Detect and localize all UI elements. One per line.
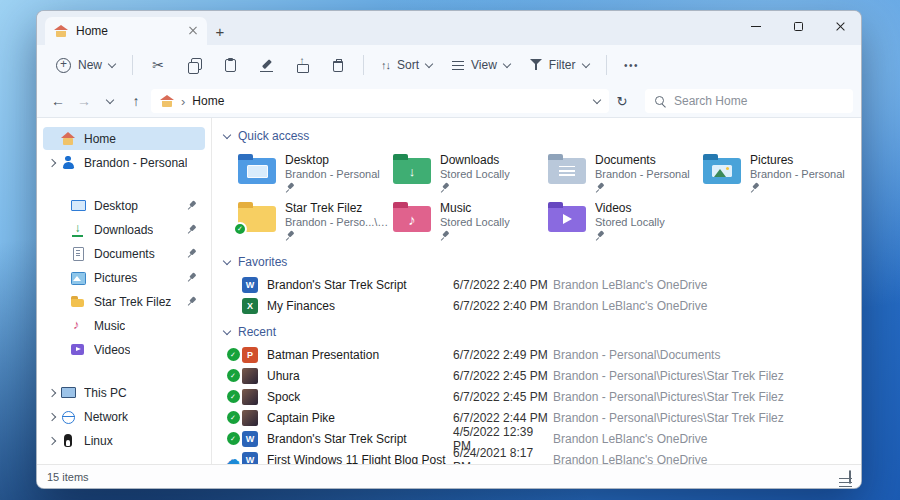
share-button[interactable] xyxy=(285,49,319,81)
section-recent-header[interactable]: Recent xyxy=(224,322,861,342)
back-button[interactable] xyxy=(45,88,71,114)
section-quick-access-header[interactable]: Quick access xyxy=(224,126,861,146)
paste-button[interactable] xyxy=(213,49,247,81)
sidebar-item[interactable]: Network xyxy=(43,405,205,428)
minimize-button[interactable] xyxy=(735,11,777,42)
tab-close-icon[interactable] xyxy=(188,26,198,36)
sidebar-item[interactable]: Home xyxy=(43,127,205,150)
status-bar: 15 items xyxy=(37,464,861,488)
sidebar-item[interactable]: Linux xyxy=(43,429,205,452)
row-status xyxy=(224,453,242,465)
sidebar-item[interactable]: This PC xyxy=(43,381,205,404)
folder-glyph-icon xyxy=(563,214,572,224)
quick-access-tile[interactable]: Desktop Brandon - Personal xyxy=(238,150,393,198)
delete-button[interactable] xyxy=(321,49,355,81)
sidebar-item-icon xyxy=(70,295,86,309)
tab-home[interactable]: Home xyxy=(45,17,207,45)
expand-chevron-icon[interactable] xyxy=(47,388,60,398)
expand-chevron-icon[interactable] xyxy=(47,412,60,422)
expand-chevron-icon[interactable] xyxy=(47,436,60,446)
file-date: 6/7/2022 2:40 PM xyxy=(453,278,553,292)
quick-access-tile[interactable]: Star Trek Filez Brandon - Perso...\Pictu… xyxy=(238,198,393,246)
quick-access-tile[interactable]: Pictures Brandon - Personal xyxy=(703,150,858,198)
file-date: 6/7/2022 2:40 PM xyxy=(453,299,553,313)
breadcrumb[interactable]: Home xyxy=(151,89,609,113)
file-row[interactable]: Uhura 6/7/2022 2:45 PM Brandon - Persona… xyxy=(224,365,861,386)
forward-button[interactable] xyxy=(71,88,97,114)
new-button[interactable]: New xyxy=(47,52,124,79)
collapse-chevron-icon[interactable] xyxy=(223,326,231,334)
filter-icon xyxy=(530,59,542,71)
new-label: New xyxy=(78,58,102,72)
filter-button[interactable]: Filter xyxy=(521,52,598,78)
file-type-icon xyxy=(242,410,258,426)
row-status xyxy=(224,348,242,361)
sidebar-item-label: Desktop xyxy=(94,199,138,213)
see-more-button[interactable] xyxy=(615,49,649,81)
copy-button[interactable] xyxy=(177,49,211,81)
cut-button[interactable] xyxy=(141,49,175,81)
folder-icon xyxy=(393,206,431,232)
folder-name: Documents xyxy=(595,153,690,167)
row-status xyxy=(224,369,242,382)
home-icon xyxy=(54,25,68,37)
maximize-button[interactable] xyxy=(777,11,819,42)
search-box[interactable] xyxy=(645,89,853,113)
expand-chevron-icon[interactable] xyxy=(47,158,60,168)
new-tab-button[interactable] xyxy=(207,18,233,44)
file-row[interactable]: Brandon's Star Trek Script 6/7/2022 2:40… xyxy=(224,274,861,295)
quick-access-tile[interactable]: Downloads Stored Locally xyxy=(393,150,548,198)
view-button[interactable]: View xyxy=(443,52,519,78)
tile-text: Music Stored Locally xyxy=(440,198,510,241)
sidebar-item-label: Downloads xyxy=(94,223,153,237)
file-row[interactable]: First Windows 11 Flight Blog Post 6/24/2… xyxy=(224,449,861,464)
title-bar: Home xyxy=(37,11,861,45)
sidebar-item[interactable]: Documents xyxy=(43,242,205,265)
pin-icon xyxy=(440,183,450,193)
close-button[interactable] xyxy=(819,11,861,42)
sidebar-item[interactable]: Videos xyxy=(43,338,205,361)
search-input[interactable] xyxy=(674,94,844,108)
large-icons-view-button[interactable] xyxy=(849,471,851,483)
rename-button[interactable] xyxy=(249,49,283,81)
file-row[interactable]: Spock 6/7/2022 2:45 PM Brandon - Persona… xyxy=(224,386,861,407)
quick-access-tile[interactable]: Documents Brandon - Personal xyxy=(548,150,703,198)
sidebar-item[interactable]: Music xyxy=(43,314,205,337)
sidebar-item[interactable]: Brandon - Personal xyxy=(43,151,205,174)
view-label: View xyxy=(471,58,497,72)
sidebar-item-icon xyxy=(60,156,76,170)
folder-icon xyxy=(238,158,276,184)
file-row[interactable]: My Finances 6/7/2022 2:40 PM Brandon LeB… xyxy=(224,295,861,316)
breadcrumb-item-home[interactable]: Home xyxy=(192,94,224,108)
copy-icon xyxy=(188,58,201,72)
quick-access-tile[interactable]: Music Stored Locally xyxy=(393,198,548,246)
folder-icon xyxy=(238,206,276,232)
sort-icon xyxy=(381,58,390,72)
address-dropdown-icon[interactable] xyxy=(593,95,601,103)
sync-check-icon xyxy=(227,390,240,403)
file-row[interactable]: Batman Presentation 6/7/2022 2:49 PM Bra… xyxy=(224,344,861,365)
sort-button[interactable]: Sort xyxy=(372,52,441,78)
refresh-button[interactable] xyxy=(609,88,635,114)
section-favorites-header[interactable]: Favorites xyxy=(224,252,861,272)
sync-check-icon xyxy=(227,348,240,361)
recent-locations-button[interactable] xyxy=(97,88,123,114)
pin-icon xyxy=(187,225,197,235)
sidebar-item[interactable]: Desktop xyxy=(43,194,205,217)
sidebar-item-icon xyxy=(60,410,76,424)
quick-access-tile[interactable]: Videos Stored Locally xyxy=(548,198,703,246)
rename-icon xyxy=(260,59,273,72)
sidebar-item[interactable]: Downloads xyxy=(43,218,205,241)
up-button[interactable] xyxy=(123,88,149,114)
navigation-pane: Home Brandon - Personal Desktop xyxy=(37,118,212,464)
command-toolbar: New Sort View Filter xyxy=(37,45,861,85)
sidebar-item-label: Network xyxy=(84,410,128,424)
new-icon xyxy=(56,58,71,73)
large-icons-view-icon xyxy=(849,470,851,484)
collapse-chevron-icon[interactable] xyxy=(223,130,231,138)
collapse-chevron-icon[interactable] xyxy=(223,256,231,264)
sidebar-item[interactable]: Star Trek Filez xyxy=(43,290,205,313)
sidebar-item[interactable]: Pictures xyxy=(43,266,205,289)
explorer-body: Home Brandon - Personal Desktop xyxy=(37,117,861,464)
tile-text: Downloads Stored Locally xyxy=(440,150,510,193)
